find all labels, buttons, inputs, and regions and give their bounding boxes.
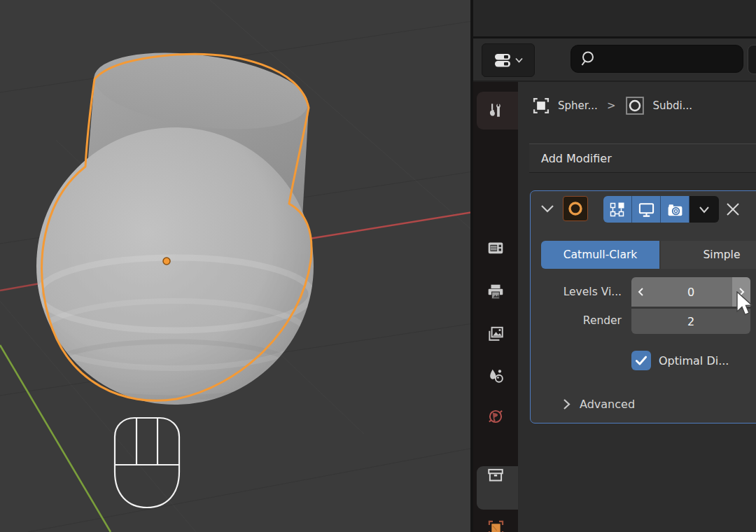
chevron-down-icon <box>515 57 523 63</box>
breadcrumb-modifier-name[interactable]: Subdi... <box>652 99 692 112</box>
edit-mode-icon <box>609 201 626 218</box>
chevron-down-icon <box>699 206 710 214</box>
tab-collection[interactable] <box>473 458 518 492</box>
subdivision-modifier-panel: Catmull-Clark Simple Levels Vi... 0 <box>530 190 756 424</box>
x-axis-line <box>309 212 472 239</box>
simple-button[interactable]: Simple <box>661 241 756 269</box>
screencast-mouse-indicator <box>112 416 182 510</box>
outliner-area[interactable] <box>473 0 756 38</box>
optimal-display-checkbox[interactable] <box>631 351 651 370</box>
levels-viewport-label: Levels Vi... <box>531 286 622 298</box>
properties-tab-column <box>473 82 518 532</box>
breadcrumb: Spher... > Subdi... <box>518 90 756 121</box>
modifier-extras-dropdown[interactable] <box>690 196 719 223</box>
render-levels-row: Render 2 <box>531 308 756 333</box>
output-properties-icon <box>486 283 505 301</box>
breadcrumb-object-name[interactable]: Spher... <box>558 99 598 112</box>
render-levels-field[interactable]: 2 <box>631 309 750 334</box>
world-properties-icon <box>486 407 505 426</box>
add-modifier-button[interactable]: Add Modifier <box>529 144 756 173</box>
object-properties-icon <box>486 519 505 532</box>
view-layer-icon <box>486 325 505 343</box>
panel-expand-chevron-icon[interactable] <box>540 204 554 214</box>
tab-scene[interactable] <box>473 359 518 393</box>
tab-object[interactable] <box>473 511 518 532</box>
toggle-render-display[interactable] <box>661 196 690 223</box>
tab-output[interactable] <box>473 275 518 309</box>
properties-header <box>473 38 756 82</box>
decrement-arrow[interactable] <box>631 277 650 307</box>
toggle-edit-mode-display[interactable] <box>603 196 632 223</box>
modifier-display-toggles <box>603 196 719 223</box>
tool-icon <box>486 102 505 120</box>
chevron-right-icon <box>563 398 570 410</box>
catmull-clark-button[interactable]: Catmull-Clark <box>541 241 659 269</box>
search-icon <box>580 50 598 68</box>
advanced-label: Advanced <box>580 398 635 411</box>
collection-properties-icon <box>486 466 505 484</box>
levels-viewport-row: Levels Vi... 0 <box>531 277 756 307</box>
properties-editor-icon <box>493 52 512 69</box>
levels-viewport-value: 0 <box>687 286 694 299</box>
render-properties-icon <box>486 239 505 257</box>
advanced-section-toggle[interactable]: Advanced <box>563 398 635 411</box>
tab-view-layer[interactable] <box>473 317 518 351</box>
subsurf-modifier-icon <box>563 196 588 221</box>
mouse-cursor <box>736 291 755 318</box>
viewport-scene <box>0 0 472 532</box>
optimal-display-label: Optimal Di... <box>659 354 729 368</box>
tab-render[interactable] <box>473 231 518 265</box>
properties-editor: Spher... > Subdi... Add Modifier <box>473 0 756 532</box>
render-levels-value: 2 <box>687 315 694 328</box>
editor-type-button[interactable] <box>482 43 535 77</box>
monitor-icon <box>638 201 655 218</box>
delete-modifier-button[interactable] <box>725 202 741 217</box>
selected-object[interactable] <box>36 41 314 405</box>
subdivision-algorithm-buttons: Catmull-Clark Simple <box>541 241 756 269</box>
tab-world[interactable] <box>473 400 518 433</box>
render-levels-label: Render <box>531 314 622 327</box>
scene-properties-icon <box>486 367 505 385</box>
levels-viewport-field[interactable]: 0 <box>631 277 750 307</box>
header-extra-button[interactable] <box>748 45 756 74</box>
blender-window: Spher... > Subdi... Add Modifier <box>0 0 756 532</box>
3d-viewport[interactable] <box>0 0 472 532</box>
subdivision-modifier-icon <box>624 95 645 116</box>
modifier-search-field[interactable] <box>570 45 743 73</box>
object-icon <box>531 96 551 115</box>
optimal-display-row: Optimal Di... <box>631 351 729 370</box>
object-origin-point <box>163 258 170 265</box>
tab-tool[interactable] <box>473 94 518 127</box>
camera-icon <box>666 201 684 218</box>
breadcrumb-separator: > <box>607 99 616 112</box>
toggle-realtime-display[interactable] <box>632 196 661 223</box>
checkmark-icon <box>634 354 648 368</box>
properties-main-region: Spher... > Subdi... Add Modifier <box>518 82 756 532</box>
